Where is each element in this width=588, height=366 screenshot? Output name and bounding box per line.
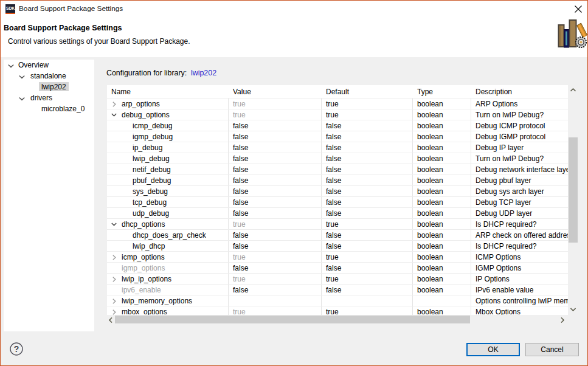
- svg-text:?: ?: [14, 344, 19, 354]
